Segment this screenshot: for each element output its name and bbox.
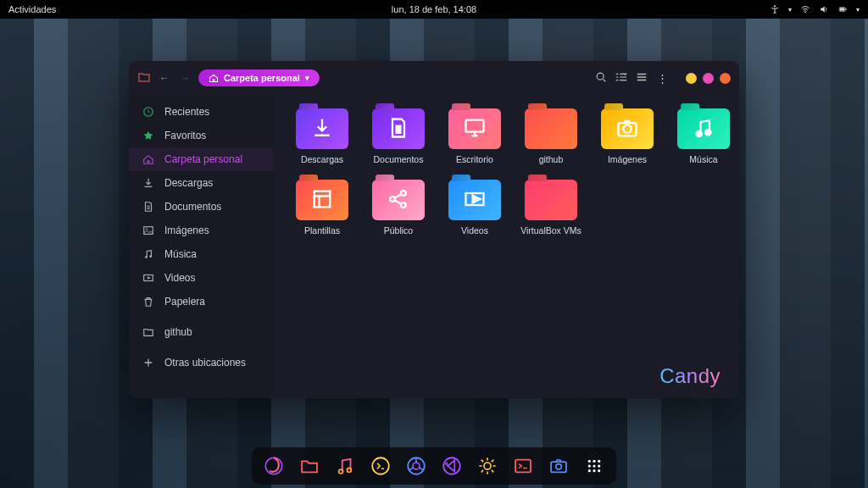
folder-grid: DescargasDocumentosEscritoriogithubImáge… bbox=[288, 108, 724, 236]
video-icon bbox=[463, 187, 487, 213]
plus-icon bbox=[142, 357, 154, 369]
vscode-icon[interactable] bbox=[440, 454, 464, 478]
path-label: Carpeta personal bbox=[224, 73, 300, 83]
svg-point-14 bbox=[623, 125, 631, 133]
sidebar-item-label: Otras ubicaciones bbox=[164, 357, 246, 369]
sidebar-item-label: Imágenes bbox=[164, 225, 209, 236]
folder-item[interactable]: Documentos bbox=[364, 108, 432, 164]
svg-point-24 bbox=[347, 468, 351, 472]
home-icon bbox=[209, 73, 219, 83]
folder-item[interactable]: Escritorio bbox=[441, 108, 509, 164]
download-icon bbox=[310, 116, 334, 141]
svg-point-41 bbox=[598, 469, 600, 472]
activities-button[interactable]: Actividades bbox=[8, 4, 56, 14]
view-toggle-icon[interactable] bbox=[615, 71, 628, 86]
folder-icon bbox=[296, 108, 348, 149]
accessibility-icon[interactable] bbox=[770, 4, 780, 14]
content-pane: DescargasDocumentosEscritoriogithubImáge… bbox=[273, 95, 739, 398]
files-icon[interactable] bbox=[298, 454, 321, 478]
share-icon bbox=[387, 187, 410, 213]
sidebar-item-documentos[interactable]: Documentos bbox=[129, 195, 273, 219]
folder-label: Plantillas bbox=[304, 225, 340, 236]
new-folder-icon[interactable] bbox=[137, 70, 151, 86]
folder-item[interactable]: Plantillas bbox=[288, 180, 356, 236]
folder-label: github bbox=[539, 154, 564, 164]
wifi-icon[interactable] bbox=[800, 4, 810, 14]
sidebar-item-github[interactable]: github bbox=[129, 320, 273, 344]
search-icon[interactable] bbox=[594, 71, 608, 86]
svg-point-15 bbox=[697, 131, 701, 136]
svg-point-32 bbox=[556, 464, 562, 470]
sidebar-item-favoritos[interactable]: Favoritos bbox=[129, 124, 273, 147]
more-menu-icon[interactable]: ⋮ bbox=[655, 72, 669, 85]
svg-point-16 bbox=[706, 130, 710, 135]
sidebar-item-papelera[interactable]: Papelera bbox=[129, 290, 273, 313]
folder-item[interactable]: VirtualBox VMs bbox=[517, 180, 585, 236]
folder-label: Descargas bbox=[301, 154, 343, 164]
hamburger-menu-icon[interactable] bbox=[635, 71, 648, 86]
svg-point-29 bbox=[484, 463, 491, 469]
sidebar-item-label: github bbox=[164, 326, 192, 338]
maximize-button[interactable] bbox=[703, 73, 714, 84]
nav-back-button[interactable]: ← bbox=[158, 72, 171, 84]
svg-point-40 bbox=[593, 469, 595, 472]
folder-item[interactable]: Descargas bbox=[288, 108, 356, 164]
sidebar-item-recientes[interactable]: Recientes bbox=[129, 100, 273, 124]
svg-rect-17 bbox=[314, 191, 331, 208]
sidebar: RecientesFavoritosCarpeta personalDescar… bbox=[129, 95, 273, 398]
screenshot-icon[interactable] bbox=[547, 454, 570, 478]
close-button[interactable] bbox=[720, 73, 731, 84]
terminal-icon[interactable] bbox=[369, 454, 392, 478]
folder-item[interactable]: Música bbox=[670, 108, 737, 164]
chrome-icon[interactable] bbox=[404, 454, 428, 478]
folder-label: Escritorio bbox=[456, 154, 493, 164]
folder-item[interactable]: Imágenes bbox=[593, 108, 661, 164]
sidebar-item-videos[interactable]: Videos bbox=[129, 266, 273, 290]
sidebar-item-otras[interactable]: Otras ubicaciones bbox=[129, 351, 273, 374]
folder-icon bbox=[448, 108, 501, 149]
folder-item[interactable]: Videos bbox=[441, 180, 509, 236]
svg-point-1 bbox=[804, 12, 806, 14]
folder-label: Música bbox=[689, 154, 717, 164]
minimize-button[interactable] bbox=[686, 73, 697, 84]
svg-rect-3 bbox=[845, 8, 846, 10]
svg-point-38 bbox=[598, 464, 600, 467]
path-bar[interactable]: Carpeta personal ▾ bbox=[198, 69, 320, 86]
settings-icon[interactable] bbox=[476, 454, 499, 478]
template-icon bbox=[310, 187, 334, 213]
svg-point-39 bbox=[588, 469, 591, 472]
nav-forward-button[interactable]: → bbox=[178, 72, 192, 84]
alt-terminal-icon[interactable] bbox=[511, 454, 535, 478]
svg-point-10 bbox=[149, 255, 152, 258]
volume-icon[interactable] bbox=[819, 4, 829, 14]
folder-label: VirtualBox VMs bbox=[520, 225, 581, 236]
tray-chevron-icon: ▾ bbox=[788, 6, 792, 14]
theme-brand: Candy bbox=[659, 364, 721, 388]
sidebar-item-imagenes[interactable]: Imágenes bbox=[129, 219, 273, 242]
sidebar-item-musica[interactable]: Música bbox=[129, 242, 273, 266]
music-app-icon[interactable] bbox=[333, 454, 357, 478]
sidebar-item-label: Documentos bbox=[164, 201, 221, 213]
folder-item[interactable]: Público bbox=[364, 180, 432, 236]
sidebar-item-home[interactable]: Carpeta personal bbox=[129, 147, 273, 171]
sidebar-item-descargas[interactable]: Descargas bbox=[129, 171, 273, 195]
camera-icon bbox=[615, 116, 639, 141]
svg-point-36 bbox=[588, 464, 591, 467]
folder-label: Público bbox=[384, 225, 413, 236]
svg-rect-7 bbox=[144, 227, 153, 235]
svg-point-35 bbox=[598, 460, 600, 463]
system-tray[interactable]: ▾ ▾ bbox=[770, 4, 860, 14]
home-icon bbox=[142, 153, 154, 165]
monitor-icon bbox=[463, 116, 487, 141]
sidebar-item-label: Descargas bbox=[164, 177, 213, 189]
folder-item[interactable]: github bbox=[517, 108, 585, 164]
folder-icon bbox=[601, 108, 654, 149]
folder-icon bbox=[448, 180, 501, 220]
svg-point-8 bbox=[146, 228, 147, 230]
doc-icon bbox=[142, 201, 154, 213]
clock[interactable]: lun, 18 de feb, 14:08 bbox=[392, 4, 476, 14]
app-grid-icon[interactable] bbox=[582, 454, 606, 478]
sidebar-item-label: Música bbox=[164, 248, 197, 260]
firefox-icon[interactable] bbox=[262, 454, 286, 478]
battery-icon[interactable] bbox=[837, 4, 848, 14]
